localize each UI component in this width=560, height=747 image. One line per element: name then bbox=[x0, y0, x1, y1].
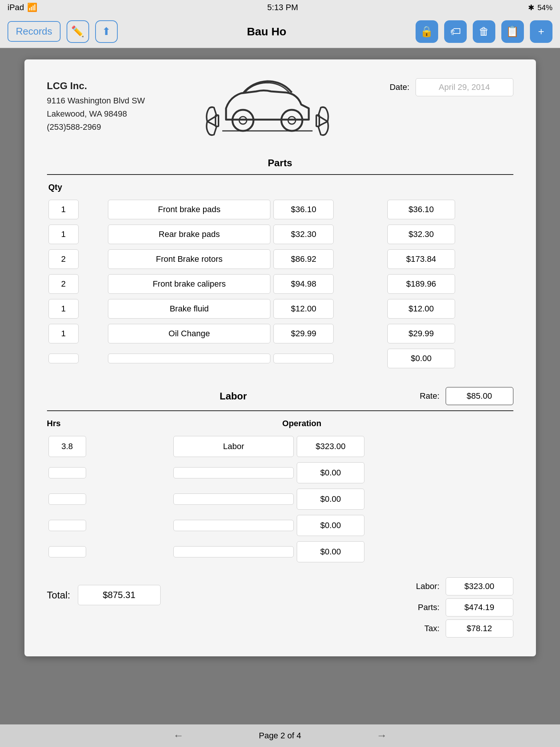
operation-cell[interactable]: Labor bbox=[173, 436, 294, 457]
table-row: $0.00 bbox=[47, 461, 513, 485]
desc-cell[interactable]: Front brake pads bbox=[108, 200, 270, 219]
total-cell: $0.00 bbox=[387, 349, 455, 368]
parts-total-label: Parts: bbox=[402, 603, 440, 612]
hrs-cell[interactable]: 3.8 bbox=[49, 436, 86, 457]
svg-rect-5 bbox=[216, 115, 219, 126]
date-row: Date: April 29, 2014 bbox=[390, 78, 513, 96]
hrs-cell bbox=[49, 520, 86, 531]
qty-cell bbox=[49, 354, 79, 363]
total-label: Total: bbox=[47, 589, 70, 601]
total-cell: $32.30 bbox=[387, 225, 455, 244]
table-row: 1 Rear brake pads $32.30 $32.30 bbox=[47, 223, 513, 246]
tag-button[interactable]: 🏷 bbox=[444, 20, 467, 43]
company-name: LCG Inc. bbox=[47, 78, 145, 94]
company-address2: Lakewood, WA 98498 bbox=[47, 107, 145, 120]
trash-button[interactable]: 🗑 bbox=[473, 20, 495, 43]
total-cell: $173.84 bbox=[387, 249, 455, 269]
hrs-cell bbox=[49, 493, 86, 505]
tax-total-value: $78.12 bbox=[446, 619, 513, 638]
hrs-cell bbox=[49, 467, 86, 478]
status-bar: iPad 📶 5:13 PM ✱ 54% bbox=[0, 0, 560, 15]
unit-price-cell[interactable]: $12.00 bbox=[273, 299, 334, 319]
unit-price-cell bbox=[273, 354, 334, 363]
copy-icon: 📋 bbox=[506, 25, 519, 38]
unit-price-cell[interactable]: $36.10 bbox=[273, 200, 334, 219]
parts-total-value: $474.19 bbox=[446, 598, 513, 616]
parts-table: 1 Front brake pads $36.10 $36.10 1 Rear … bbox=[47, 196, 513, 372]
table-row: $0.00 bbox=[47, 487, 513, 511]
add-button[interactable]: + bbox=[530, 20, 552, 43]
prev-page-button[interactable]: ← bbox=[173, 730, 184, 742]
desc-cell[interactable]: Oil Change bbox=[108, 324, 270, 343]
car-wrench-icon bbox=[203, 78, 331, 138]
qty-cell[interactable]: 2 bbox=[49, 274, 79, 294]
edit-icon: ✏️ bbox=[71, 25, 84, 38]
share-button[interactable]: ⬆ bbox=[95, 20, 118, 43]
labor-col-headers: Hrs Operation bbox=[47, 419, 513, 428]
status-left: iPad 📶 bbox=[8, 3, 37, 12]
battery-label: 54% bbox=[537, 3, 552, 12]
amount-cell: $323.00 bbox=[297, 436, 364, 457]
status-right: ✱ 54% bbox=[528, 3, 552, 12]
wifi-icon: 📶 bbox=[27, 3, 37, 12]
unit-price-cell[interactable]: $94.98 bbox=[273, 274, 334, 294]
table-row: 2 Front Brake rotors $86.92 $173.84 bbox=[47, 248, 513, 270]
operation-cell bbox=[173, 520, 294, 531]
desc-cell[interactable]: Rear brake pads bbox=[108, 225, 270, 244]
operation-header: Operation bbox=[91, 419, 513, 428]
total-left: Total: $875.31 bbox=[47, 585, 161, 605]
lock-icon: 🔒 bbox=[420, 25, 433, 38]
hrs-cell bbox=[49, 546, 86, 557]
time-label: 5:13 PM bbox=[267, 3, 298, 12]
qty-cell[interactable]: 1 bbox=[49, 324, 79, 343]
doc-header: LCG Inc. 9116 Washington Blvd SW Lakewoo… bbox=[47, 78, 513, 138]
qty-cell[interactable]: 2 bbox=[49, 249, 79, 269]
total-cell: $36.10 bbox=[387, 200, 455, 219]
svg-rect-6 bbox=[316, 115, 319, 126]
desc-cell[interactable]: Brake fluid bbox=[108, 299, 270, 319]
rate-field[interactable]: $85.00 bbox=[446, 387, 513, 405]
amount-cell: $0.00 bbox=[297, 462, 364, 483]
date-field[interactable]: April 29, 2014 bbox=[416, 78, 513, 96]
company-address1: 9116 Washington Blvd SW bbox=[47, 94, 145, 107]
qty-cell[interactable]: 1 bbox=[49, 200, 79, 219]
table-row: $0.00 bbox=[47, 513, 513, 537]
desc-cell[interactable]: Front Brake rotors bbox=[108, 249, 270, 269]
edit-button[interactable]: ✏️ bbox=[67, 20, 89, 43]
unit-price-cell[interactable]: $29.99 bbox=[273, 324, 334, 343]
labor-total-label: Labor: bbox=[402, 582, 440, 591]
bluetooth-icon: ✱ bbox=[528, 3, 534, 12]
desc-cell[interactable]: Front brake calipers bbox=[108, 274, 270, 294]
plus-icon: + bbox=[538, 26, 544, 38]
total-value: $875.31 bbox=[78, 585, 161, 605]
carrier-label: iPad bbox=[8, 3, 24, 12]
rate-label: Rate: bbox=[420, 391, 440, 401]
totals-section: Total: $875.31 Labor: $323.00 Parts: $47… bbox=[47, 577, 513, 638]
trash-icon: 🗑 bbox=[479, 25, 489, 38]
parts-total-row: Parts: $474.19 bbox=[402, 598, 513, 616]
table-row: 1 Oil Change $29.99 $29.99 bbox=[47, 322, 513, 345]
unit-price-cell[interactable]: $86.92 bbox=[273, 249, 334, 269]
document: LCG Inc. 9116 Washington Blvd SW Lakewoo… bbox=[24, 59, 536, 656]
records-button[interactable]: Records bbox=[8, 21, 61, 42]
next-page-button[interactable]: → bbox=[376, 730, 387, 742]
total-cell: $29.99 bbox=[387, 324, 455, 343]
unit-price-cell[interactable]: $32.30 bbox=[273, 225, 334, 244]
labor-header: Labor Rate: $85.00 bbox=[47, 387, 513, 411]
date-label: Date: bbox=[390, 82, 410, 92]
labor-total-row: Labor: $323.00 bbox=[402, 577, 513, 595]
nav-left: Records ✏️ ⬆ bbox=[8, 20, 118, 43]
operation-cell bbox=[173, 546, 294, 557]
lock-button[interactable]: 🔒 bbox=[416, 20, 438, 43]
copy-button[interactable]: 📋 bbox=[501, 20, 524, 43]
operation-cell bbox=[173, 467, 294, 478]
labor-section-title: Labor bbox=[47, 390, 420, 402]
qty-cell[interactable]: 1 bbox=[49, 299, 79, 319]
qty-cell[interactable]: 1 bbox=[49, 225, 79, 244]
table-row: 3.8 Labor $323.00 bbox=[47, 434, 513, 459]
labor-table: 3.8 Labor $323.00 $0.00 $0.00 $0.00 $0.0… bbox=[47, 432, 513, 566]
tax-total-row: Tax: $78.12 bbox=[402, 619, 513, 638]
main-background: LCG Inc. 9116 Washington Blvd SW Lakewoo… bbox=[0, 48, 560, 724]
table-row: 1 Front brake pads $36.10 $36.10 bbox=[47, 198, 513, 221]
hrs-header: Hrs bbox=[47, 419, 85, 428]
